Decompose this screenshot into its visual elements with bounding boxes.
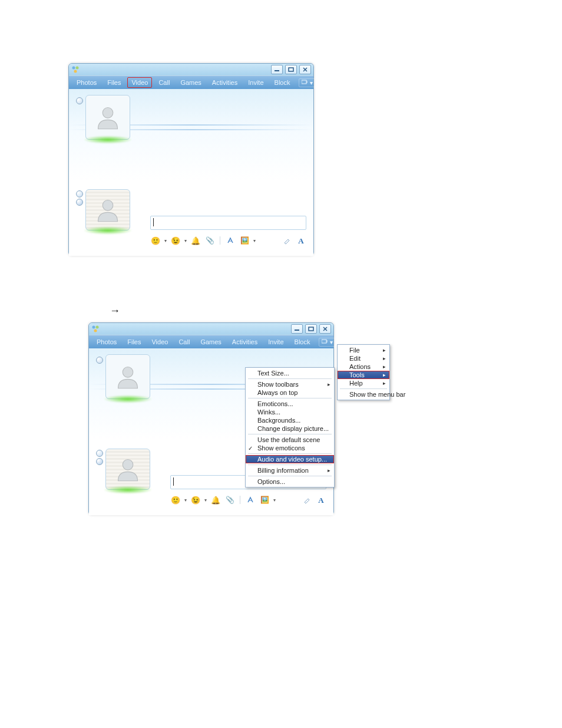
svg-rect-19 xyxy=(322,340,326,343)
voice-clip-button[interactable]: 📎 xyxy=(224,495,235,505)
message-input[interactable] xyxy=(150,216,306,230)
menu-invite[interactable]: Invite xyxy=(244,77,267,88)
self-avatar[interactable] xyxy=(85,189,130,230)
maximize-button[interactable] xyxy=(285,65,297,74)
menu-games[interactable]: Games xyxy=(196,337,225,347)
menu-photos[interactable]: Photos xyxy=(92,337,121,347)
handwriting-button[interactable] xyxy=(302,495,312,505)
expand-toggle-me[interactable] xyxy=(96,450,103,457)
menu-tools[interactable]: Tools▸ xyxy=(338,371,389,379)
contact-avatar[interactable] xyxy=(85,95,130,140)
menu-video[interactable]: Video xyxy=(127,77,152,88)
buddy-icon xyxy=(95,104,121,130)
format-bar: 🙂▾ 😉▾ 🔔 📎 🖼️▾ A xyxy=(150,235,306,246)
expand-toggle-contact[interactable] xyxy=(76,97,83,104)
overflow-main-menu: File▸ Edit▸ Actions▸ Tools▸ Help▸ Show t… xyxy=(337,344,390,400)
contact-avatar[interactable] xyxy=(105,354,150,399)
svg-point-1 xyxy=(76,67,79,70)
window-controls xyxy=(271,65,311,74)
menu-files[interactable]: Files xyxy=(103,77,125,88)
maximize-button[interactable] xyxy=(305,324,317,334)
menu-help[interactable]: Help▸ xyxy=(338,379,389,387)
menu-activities[interactable]: Activities xyxy=(228,337,262,347)
background-button[interactable]: 🖼️ xyxy=(259,495,270,505)
menubar: Photos Files Video Call Games Activities… xyxy=(69,76,313,89)
close-button[interactable] xyxy=(299,65,311,74)
menu-separator xyxy=(248,476,332,476)
handwriting-button[interactable] xyxy=(282,236,292,245)
menu-separator xyxy=(340,388,387,389)
menu-file[interactable]: File▸ xyxy=(338,346,389,354)
tools-backgrounds[interactable]: Backgrounds... xyxy=(246,416,334,424)
submenu-arrow-icon: ▸ xyxy=(383,364,386,370)
chat-client-area: 🙂▾ 😉▾ 🔔 📎 🖼️▾ A xyxy=(69,89,313,256)
menu-video[interactable]: Video xyxy=(147,337,172,347)
status-dot-me[interactable] xyxy=(76,199,83,206)
svg-rect-15 xyxy=(295,330,299,331)
font-color-button[interactable] xyxy=(225,236,236,245)
font-button[interactable]: A xyxy=(296,236,306,245)
emoticon-smile-button[interactable]: 🙂 xyxy=(170,495,181,505)
svg-point-9 xyxy=(103,108,113,118)
wink-button[interactable]: 😉 xyxy=(170,236,181,245)
tools-options[interactable]: Options... xyxy=(246,477,334,486)
menu-separator xyxy=(248,453,332,454)
menu-edit[interactable]: Edit▸ xyxy=(338,354,389,363)
menu-files[interactable]: Files xyxy=(123,337,145,347)
chevron-down-icon: ▾ xyxy=(310,80,313,86)
menu-overflow-button[interactable]: ▾ xyxy=(319,338,336,347)
tools-text-size[interactable]: Text Size... xyxy=(246,369,334,377)
menu-activities[interactable]: Activities xyxy=(208,77,242,88)
self-avatar[interactable] xyxy=(105,449,150,490)
tools-always-on-top[interactable]: Always on top xyxy=(246,388,334,397)
svg-point-2 xyxy=(74,70,77,73)
menu-call[interactable]: Call xyxy=(154,77,174,88)
menu-block[interactable]: Block xyxy=(290,337,315,347)
expand-toggle-contact[interactable] xyxy=(96,357,103,364)
tools-change-display-picture[interactable]: Change display picture... xyxy=(246,424,334,433)
tools-winks[interactable]: Winks... xyxy=(246,408,334,416)
titlebar xyxy=(69,64,313,76)
font-color-button[interactable] xyxy=(245,495,256,505)
submenu-arrow-icon: ▸ xyxy=(383,347,386,353)
menu-invite[interactable]: Invite xyxy=(264,337,287,347)
minimize-button[interactable] xyxy=(291,324,303,334)
status-dot-me[interactable] xyxy=(96,458,103,465)
background-button[interactable]: 🖼️ xyxy=(239,236,250,245)
arrow-icon: → xyxy=(110,305,120,317)
chevron-down-icon: ▾ xyxy=(273,498,276,503)
close-button[interactable] xyxy=(319,324,331,334)
menu-separator xyxy=(248,378,332,379)
tools-show-emoticons[interactable]: ✓Show emoticons xyxy=(246,444,334,452)
menu-games[interactable]: Games xyxy=(176,77,205,88)
nudge-button[interactable]: 🔔 xyxy=(190,236,201,245)
voice-clip-button[interactable]: 📎 xyxy=(204,236,215,245)
svg-point-12 xyxy=(92,326,95,329)
tools-show-toolbars[interactable]: Show toolbars▸ xyxy=(246,380,334,388)
emoticon-smile-button[interactable]: 🙂 xyxy=(150,236,161,245)
menu-call[interactable]: Call xyxy=(174,337,194,347)
svg-point-22 xyxy=(123,460,133,470)
menu-block[interactable]: Block xyxy=(270,77,295,88)
nudge-button[interactable]: 🔔 xyxy=(210,495,221,505)
app-icon xyxy=(91,325,100,333)
menu-actions[interactable]: Actions▸ xyxy=(338,363,389,371)
submenu-arrow-icon: ▸ xyxy=(328,467,330,473)
tools-submenu: Text Size... Show toolbars▸ Always on to… xyxy=(245,367,335,487)
svg-point-14 xyxy=(94,330,97,332)
chevron-down-icon: ▾ xyxy=(184,238,187,243)
menu-photos[interactable]: Photos xyxy=(72,77,101,88)
menu-overflow-button[interactable]: ▾ xyxy=(299,78,316,87)
tools-use-default-scene[interactable]: Use the default scene xyxy=(246,436,334,444)
tools-emoticons[interactable]: Emoticons... xyxy=(246,400,334,408)
expand-toggle-me[interactable] xyxy=(76,190,83,197)
menu-separator xyxy=(248,434,332,434)
font-button[interactable]: A xyxy=(316,495,326,505)
menu-show-menu-bar[interactable]: Show the menu bar xyxy=(338,390,389,398)
minimize-button[interactable] xyxy=(271,65,283,74)
svg-rect-4 xyxy=(289,68,293,71)
text-caret xyxy=(173,477,174,486)
tools-billing-information[interactable]: Billing information▸ xyxy=(246,466,334,475)
tools-audio-video-setup[interactable]: Audio and video setup... xyxy=(246,455,334,463)
wink-button[interactable]: 😉 xyxy=(190,495,201,505)
